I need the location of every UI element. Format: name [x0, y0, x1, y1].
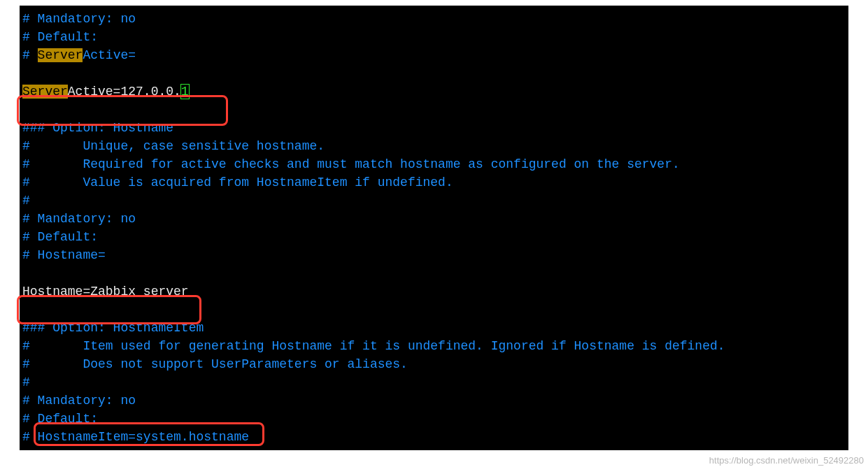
config-value-text: Active=127.0.0.: [68, 85, 181, 99]
config-comment-line: ### Option: HostnameItem: [20, 319, 848, 337]
config-comment-line: # Item used for generating Hostname if i…: [20, 337, 848, 355]
config-comment-line: # Unique, case sensitive hostname.: [20, 137, 848, 155]
config-comment-line: # Required for active checks and must ma…: [20, 155, 848, 173]
config-comment-line: # Mandatory: no: [20, 391, 848, 410]
server-active-line: ServerActive=127.0.0.1: [20, 82, 848, 101]
config-comment-line: # Mandatory: no: [20, 210, 848, 228]
terminal-cursor: 1: [181, 85, 189, 99]
config-comment-line: # ServerActive=: [20, 46, 848, 64]
search-highlight: Server: [22, 85, 68, 99]
config-comment-line: # Does not support UserParameters or ali…: [20, 355, 848, 373]
blank-line: [20, 264, 848, 282]
blank-line: [20, 301, 848, 319]
hostname-item-line: # HostnameItem=system.hostname: [20, 428, 848, 446]
config-comment-line: # Default:: [20, 28, 848, 46]
config-comment-line: # Hostname=: [20, 246, 848, 264]
comment-hash: #: [22, 48, 38, 62]
blank-line: [20, 64, 848, 82]
config-comment-line: # Mandatory: no: [20, 10, 848, 28]
config-value-text: HostnameItem=system.hostname: [38, 430, 249, 444]
config-comment-line: ### Option: Hostname: [20, 119, 848, 137]
comment-text: Active=: [83, 48, 136, 62]
terminal-viewport[interactable]: # Mandatory: no # Default: # ServerActiv…: [20, 6, 848, 450]
blank-line: [20, 101, 848, 119]
config-comment-line: #: [20, 373, 848, 391]
watermark-text: https://blog.csdn.net/weixin_52492280: [709, 455, 864, 466]
config-comment-line: #: [20, 192, 848, 210]
hostname-line: Hostname=Zabbix server: [20, 282, 848, 301]
config-comment-line: # Value is acquired from HostnameItem if…: [20, 173, 848, 192]
search-highlight: Server: [38, 48, 83, 62]
comment-hash: #: [22, 430, 38, 444]
config-comment-line: # Default:: [20, 410, 848, 428]
config-comment-line: # Default:: [20, 228, 848, 246]
